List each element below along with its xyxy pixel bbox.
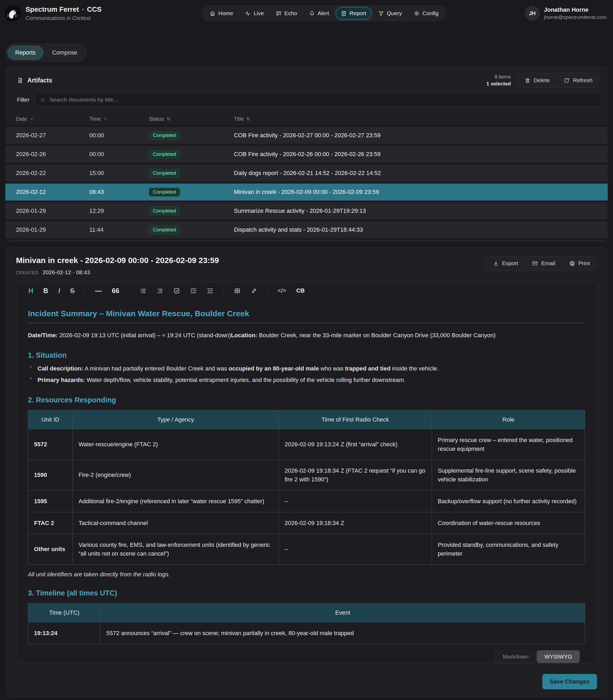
search-input[interactable]: [49, 96, 596, 103]
doc-table-cell: Supplemental fire-line support, scene sa…: [432, 460, 585, 490]
activity-icon: [245, 10, 251, 16]
table-row[interactable]: 2026-02-2215:00CompletedDaily dogs repor…: [5, 165, 608, 183]
bullet-list-button[interactable]: [140, 288, 146, 294]
strikethrough-button[interactable]: S: [70, 287, 75, 295]
document-content[interactable]: Incident Summary – Minivan Water Rescue,…: [16, 300, 597, 659]
task-list-button[interactable]: [173, 288, 180, 294]
nav-item-report[interactable]: Report: [336, 7, 371, 20]
delete-label: Delete: [534, 77, 550, 84]
cell-title: Minivan in creek - 2026-02-09 00:00 - 20…: [234, 189, 608, 195]
bold-button[interactable]: B: [43, 287, 48, 295]
doc-table-cell: Coordination of water-rescue resources: [432, 512, 585, 534]
table-row[interactable]: 2026-01-2912:29CompletedSummarize Rescue…: [5, 202, 608, 221]
doc-bullet-item: Call description: A minivan had partiall…: [28, 364, 585, 373]
doc-meta-paragraph: Date/Time: 2026-02-09 19:13 UTC (initial…: [28, 331, 585, 340]
artifacts-header: Artifacts 8 items 1 selected Delete Refr…: [5, 66, 608, 88]
avatar: JH: [525, 6, 540, 21]
selected-count: 1 selected: [486, 80, 511, 87]
nav-item-echo[interactable]: Echo: [271, 7, 302, 20]
download-icon: [493, 260, 499, 267]
artifacts-title: Artifacts: [27, 77, 52, 84]
editor-mode-toggle: Markdown WYSIWYG: [495, 650, 580, 663]
export-label: Export: [502, 260, 518, 267]
brand-tagline: Communications in Context: [26, 15, 102, 21]
print-button[interactable]: Print: [562, 256, 597, 270]
doc-table-row: FTAC 2Tactical-command channel2026-02-09…: [28, 512, 585, 534]
resources-table: Unit IDType / AgencyTime of First Radio …: [28, 410, 585, 565]
brand-title: Spectrum Ferret • CCS: [26, 5, 102, 14]
blockquote-button[interactable]: 66: [112, 287, 119, 295]
outdent-icon: [207, 288, 213, 294]
sort-icon: [166, 116, 171, 121]
mail-icon: [532, 260, 538, 267]
main-nav: Home Live Echo Alert Report: [153, 5, 495, 21]
artifacts-actions: Delete Refresh: [517, 73, 600, 88]
tab-compose[interactable]: Compose: [44, 46, 85, 60]
artifacts-table-header: Date Time Status Title: [5, 113, 608, 127]
column-header-date[interactable]: Date: [5, 116, 89, 122]
cell-status: Completed: [149, 150, 234, 159]
doc-table-cell: Provided standby, communications, and sa…: [432, 534, 585, 564]
status-badge: Completed: [149, 188, 180, 196]
cell-status: Completed: [149, 207, 234, 215]
nav-label: Report: [350, 10, 366, 16]
filter-row: Filter: [5, 93, 608, 106]
doc-table-cell: 2026-02-09 19:13:24 Z (first “arrival” c…: [278, 429, 432, 460]
doc-table-cell: Other units: [28, 534, 73, 564]
cell-time: 11:44: [89, 226, 149, 233]
doc-table-cell: Fire-2 (engine/crew): [73, 460, 278, 490]
tab-reports[interactable]: Reports: [8, 46, 43, 60]
nav-item-live[interactable]: Live: [240, 7, 269, 20]
column-header-title[interactable]: Title: [234, 116, 608, 122]
column-header-status[interactable]: Status: [149, 116, 234, 122]
nav-item-query[interactable]: Query: [373, 7, 407, 20]
nav-item-config[interactable]: Config: [408, 7, 444, 20]
column-header-time[interactable]: Time: [89, 116, 149, 122]
code-button[interactable]: </>: [278, 287, 286, 294]
doc-table-row: 19:13:245572 announces “arrival” — crew …: [28, 622, 585, 644]
table-row[interactable]: 2026-02-2700:00CompletedCOB Fire activit…: [5, 127, 608, 146]
markdown-mode-tab[interactable]: Markdown: [495, 650, 536, 663]
ordered-list-button[interactable]: 12: [157, 288, 163, 294]
bell-icon: [309, 10, 315, 16]
doc-section-3-title: 3. Timeline (all times UTC): [28, 589, 585, 597]
user-menu[interactable]: JH Jonathan Horne jhorne@spectrumferret.…: [495, 6, 607, 21]
outdent-button[interactable]: [207, 288, 213, 294]
doc-table: Unit IDType / AgencyTime of First Radio …: [28, 410, 585, 565]
export-button[interactable]: Export: [486, 256, 525, 270]
save-row: Save Changes: [16, 674, 597, 689]
created-label: CREATED: [16, 270, 38, 275]
artifacts-counts: 8 items 1 selected: [486, 73, 511, 87]
link-button[interactable]: [251, 288, 257, 294]
table-row[interactable]: 2026-01-1413:34CompletedMRA 1 - 2026-01-…: [5, 240, 608, 241]
doc-table-cell: –: [278, 490, 432, 512]
table-button[interactable]: [234, 288, 240, 294]
delete-button[interactable]: Delete: [518, 73, 557, 88]
cell-status: Completed: [149, 188, 234, 196]
indent-button[interactable]: [190, 288, 197, 294]
wysiwyg-mode-tab[interactable]: WYSIWYG: [537, 650, 580, 663]
checkbox-icon: [173, 288, 180, 294]
cell-title: Summarize Rescue activity - 2026-01-29T1…: [234, 207, 608, 214]
code-block-button[interactable]: CB: [296, 287, 305, 294]
refresh-button[interactable]: Refresh: [557, 73, 599, 88]
heading-button[interactable]: H: [28, 287, 33, 295]
doc-table-cell: 2026-02-09 19:18:34 Z (FTAC 2 request “i…: [278, 460, 432, 490]
table-row[interactable]: 2026-02-1208:43CompletedMinivan in creek…: [5, 183, 608, 202]
italic-button[interactable]: I: [58, 287, 60, 295]
nav-item-alert[interactable]: Alert: [304, 7, 334, 20]
cell-title: COB Fire activity - 2026-02-27 00:00 - 2…: [234, 132, 608, 139]
table-row[interactable]: 2026-01-2911:44CompletedDispatch activit…: [5, 221, 608, 240]
rich-text-editor: H B I S — 66 12: [16, 282, 597, 663]
printer-icon: [569, 260, 575, 267]
save-changes-button[interactable]: Save Changes: [542, 674, 597, 689]
horizontal-rule-button[interactable]: —: [95, 287, 102, 295]
cell-title: Dispatch activity and stats - 2026-01-29…: [234, 226, 608, 233]
email-button[interactable]: Email: [525, 256, 562, 270]
table-icon: [234, 288, 240, 294]
nav-label: Alert: [318, 10, 329, 16]
doc-bullet-list: Call description: A minivan had partiall…: [28, 364, 585, 385]
nav-item-home[interactable]: Home: [205, 7, 238, 20]
table-row[interactable]: 2026-02-2600:00CompletedCOB Fire activit…: [5, 146, 608, 165]
brand-separator: •: [82, 7, 84, 12]
